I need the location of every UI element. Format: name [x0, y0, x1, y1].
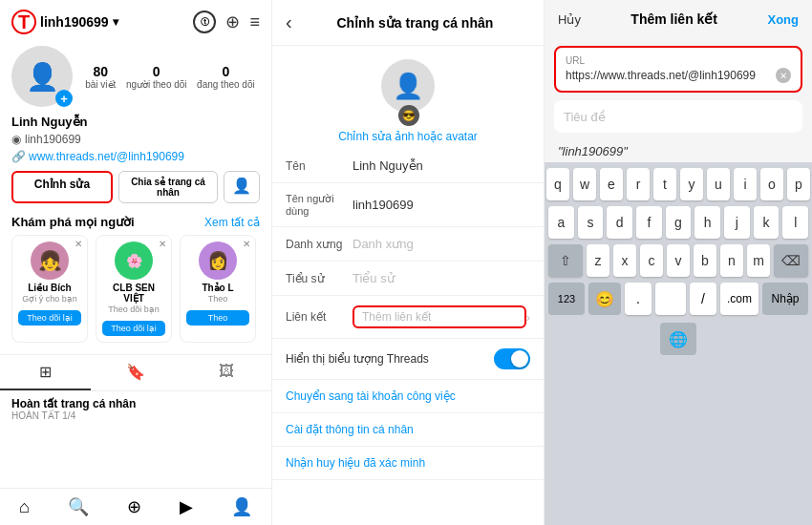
verify-link[interactable]: Nhận huy hiệu đã xác minh — [272, 447, 544, 480]
add-nav[interactable]: ⊕ — [127, 496, 141, 517]
followers-count: 0 — [153, 64, 160, 79]
title-input-box[interactable]: Tiêu đề — [554, 100, 802, 133]
dot-key[interactable]: . — [625, 283, 652, 315]
lienket-input[interactable]: Thêm liên kết — [353, 305, 526, 328]
share-profile-button[interactable]: Chia sẻ trang cá nhân — [118, 171, 218, 203]
key-d[interactable]: d — [607, 206, 632, 239]
key-o[interactable]: o — [760, 168, 783, 200]
tab-bookmark[interactable]: 🔖 — [91, 355, 182, 390]
follow-btn-3[interactable]: Theo — [186, 310, 249, 326]
threads-toggle-switch[interactable] — [494, 348, 530, 369]
chevron-icon[interactable]: ▾ — [113, 15, 118, 29]
complete-banner: Hoàn tất trang cá nhân HOÀN TẤT 1/4 — [0, 390, 271, 427]
key-t[interactable]: t — [653, 168, 676, 200]
emoji-key[interactable]: 😊 — [588, 283, 621, 315]
key-f[interactable]: f — [636, 206, 662, 239]
card-close-3[interactable]: ✕ — [243, 239, 250, 249]
key-r[interactable]: r — [627, 168, 650, 200]
key-v[interactable]: v — [667, 244, 690, 277]
delete-key[interactable]: ⌫ — [774, 244, 808, 277]
key-s[interactable]: s — [578, 206, 604, 239]
globe-key[interactable]: 🌐 — [660, 323, 696, 355]
stats-numbers: 80 bài viết 0 người theo dõi 0 đang theo… — [80, 64, 260, 90]
url-clear-button[interactable]: ✕ — [776, 68, 791, 83]
back-button[interactable]: ‹ — [286, 11, 292, 33]
com-key[interactable]: .com — [720, 283, 759, 315]
space-key[interactable] — [655, 283, 686, 315]
username-value[interactable]: linh190699 — [353, 198, 530, 212]
keyboard-bottom-row: 123 😊 . / .com Nhập — [548, 283, 808, 315]
return-key[interactable]: Nhập — [762, 283, 808, 315]
url-value[interactable]: https://www.threads.net/@linh190699 — [566, 69, 776, 82]
add-icon[interactable]: ⊕ — [225, 11, 240, 32]
posts-label: bài viết — [85, 79, 116, 90]
card-close-1[interactable]: ✕ — [75, 239, 82, 249]
settings-link[interactable]: Cài đặt thông tin cá nhân — [272, 413, 544, 447]
edit-profile-panel: ‹ Chỉnh sửa trang cá nhân 👤 😎 Chỉnh sửa … — [272, 0, 545, 525]
key-p[interactable]: p — [787, 168, 810, 200]
url-input-box: URL https://www.threads.net/@linh190699 … — [554, 46, 802, 93]
url-row: https://www.threads.net/@linh190699 ✕ — [566, 68, 791, 83]
add-person-button[interactable]: 👤 — [224, 171, 260, 203]
handle-icon: ◉ — [11, 133, 21, 146]
keyboard-area: q w e r t y u i o p a s d f g h j k l ⇧ … — [545, 162, 812, 525]
key-h[interactable]: h — [694, 206, 720, 239]
key-b[interactable]: b — [694, 244, 716, 277]
cancel-button[interactable]: Hủy — [558, 12, 581, 27]
lienket-label: Liên kết — [286, 310, 353, 324]
edit-avatar-badge[interactable]: 😎 — [398, 105, 419, 126]
key-g[interactable]: g — [666, 206, 692, 239]
key-x[interactable]: x — [613, 244, 636, 277]
key-a[interactable]: a — [548, 206, 574, 239]
home-nav[interactable]: ⌂ — [19, 497, 30, 517]
key-j[interactable]: j — [724, 206, 750, 239]
key-q[interactable]: q — [546, 168, 569, 200]
menu-icon[interactable]: ≡ — [249, 12, 260, 32]
username-label: Tên người dùng — [286, 193, 353, 217]
key-z[interactable]: z — [587, 244, 609, 277]
tab-image[interactable]: 🖼 — [181, 355, 271, 390]
switch-business-link[interactable]: Chuyển sang tài khoản công việc — [272, 380, 544, 413]
stat-followers: 0 người theo dõi — [126, 64, 187, 90]
card-close-2[interactable]: ✕ — [159, 239, 166, 249]
bottom-nav: ⌂ 🔍 ⊕ ▶ 👤 — [0, 488, 271, 525]
shift-key[interactable]: ⇧ — [548, 244, 583, 277]
keyboard-row-3: ⇧ z x c v b n m ⌫ — [548, 244, 808, 277]
key-y[interactable]: y — [680, 168, 703, 200]
video-nav[interactable]: ▶ — [180, 496, 193, 517]
key-e[interactable]: e — [600, 168, 623, 200]
person-nav[interactable]: 👤 — [231, 496, 252, 517]
done-button[interactable]: Xong — [767, 12, 799, 27]
link-text[interactable]: www.threads.net/@linh190699 — [29, 150, 184, 163]
threads-toggle-row: Hiển thị biểu tượng Threads — [272, 339, 544, 380]
name-value[interactable]: Linh Nguyễn — [353, 158, 530, 173]
link-icon: 🔗 — [11, 150, 26, 163]
keyboard-suggestion: "linh190699" — [545, 136, 812, 162]
key-m[interactable]: m — [747, 244, 770, 277]
edit-field-username: Tên người dùng linh190699 — [272, 183, 544, 227]
threads-circle-icon[interactable]: ⓣ — [193, 10, 216, 33]
key-i[interactable]: i — [734, 168, 757, 200]
daxung-value[interactable]: Danh xưng — [353, 237, 530, 251]
slash-key[interactable]: / — [690, 283, 716, 315]
key-k[interactable]: k — [754, 206, 780, 239]
tab-grid[interactable]: ⊞ — [0, 355, 91, 390]
search-nav[interactable]: 🔍 — [68, 496, 89, 517]
key-n[interactable]: n — [720, 244, 743, 277]
complete-title: Hoàn tất trang cá nhân — [11, 397, 260, 410]
discover-title: Khám phá mọi người — [11, 215, 135, 229]
follow-btn-2[interactable]: Theo dõi lại — [102, 321, 165, 336]
avatar-add-btn[interactable]: + — [55, 90, 73, 107]
follow-btn-1[interactable]: Theo dõi lại — [18, 310, 81, 326]
profile-link[interactable]: 🔗 www.threads.net/@linh190699 — [0, 148, 271, 165]
complete-sub: HOÀN TẤT 1/4 — [11, 410, 260, 421]
key-c[interactable]: c — [640, 244, 663, 277]
tieusuu-label: Tiểu sử — [286, 272, 353, 285]
key-w[interactable]: w — [573, 168, 596, 200]
tieusuu-value[interactable]: Tiểu sử — [353, 271, 530, 285]
key-l[interactable]: l — [782, 206, 808, 239]
edit-profile-button[interactable]: Chỉnh sửa — [11, 171, 113, 203]
view-all-button[interactable]: Xem tất cả — [204, 216, 260, 229]
num-key[interactable]: 123 — [548, 283, 585, 315]
key-u[interactable]: u — [707, 168, 730, 200]
